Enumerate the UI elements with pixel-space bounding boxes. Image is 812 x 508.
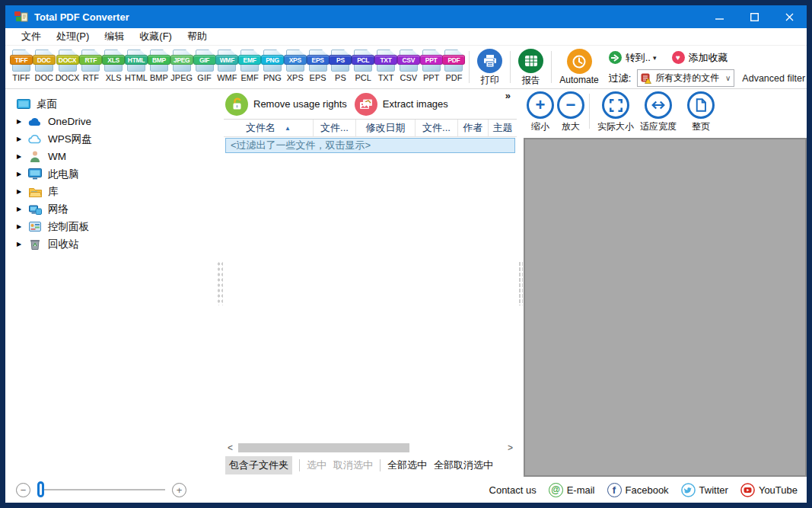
- txt-file-icon: TXT: [377, 50, 395, 72]
- toolbar-overflow-chevron-icon[interactable]: »: [505, 90, 511, 101]
- check-all-button[interactable]: 全部选中: [387, 458, 427, 472]
- convert-csv-button[interactable]: CSVCSV: [397, 47, 420, 87]
- actual-size-icon: [602, 91, 629, 119]
- menu-process[interactable]: 处理(P): [49, 28, 96, 45]
- zoom-out-button[interactable]: + 缩小: [525, 91, 556, 133]
- tree-item-wps-cloud[interactable]: ▶ WPS网盘: [5, 130, 215, 148]
- filter-dropdown[interactable]: 所有支持的文件 ∨: [637, 69, 734, 87]
- advanced-filter-link[interactable]: Advanced filter: [742, 73, 805, 84]
- convert-xls-button[interactable]: XLSXLS: [102, 47, 125, 87]
- convert-jpeg-button[interactable]: JPEGJPEG: [170, 47, 193, 87]
- convert-docx-button[interactable]: DOCXDOCX: [56, 47, 80, 87]
- convert-eps-button[interactable]: EPSEPS: [307, 47, 330, 87]
- column-header-filetype[interactable]: 文件...: [314, 120, 356, 136]
- tree-item-onedrive[interactable]: ▶ OneDrive: [5, 113, 215, 130]
- automate-button[interactable]: Automate: [559, 47, 598, 87]
- csv-file-icon: CSV: [400, 50, 418, 72]
- fit-width-button[interactable]: 适应宽度: [637, 91, 680, 133]
- convert-pdf-button[interactable]: PDFPDF: [443, 47, 466, 87]
- close-button[interactable]: [772, 5, 807, 28]
- full-page-button[interactable]: 整页: [680, 91, 722, 133]
- convert-rtf-button[interactable]: RTFRTF: [79, 47, 102, 87]
- check-button[interactable]: 选中: [307, 458, 326, 472]
- zoom-slider-group: − +: [16, 483, 186, 497]
- goto-button[interactable]: 转到..: [626, 51, 651, 65]
- scroll-left-arrow-icon[interactable]: <: [228, 443, 233, 453]
- column-header-filesize[interactable]: 文件...: [416, 120, 458, 136]
- zoom-slider[interactable]: [37, 489, 165, 490]
- convert-tiff-button[interactable]: TIFFTIFF: [10, 47, 33, 87]
- expand-arrow-icon[interactable]: ▶: [17, 223, 27, 230]
- slider-zoom-out-icon[interactable]: −: [16, 483, 30, 497]
- scrollbar-track[interactable]: [237, 443, 504, 452]
- convert-png-button[interactable]: PNGPNG: [261, 47, 284, 87]
- convert-bmp-button[interactable]: BMPBMP: [148, 47, 170, 87]
- column-header-author[interactable]: 作者: [458, 120, 489, 136]
- tree-item-network[interactable]: ▶ 网络: [5, 200, 215, 218]
- convert-ppt-button[interactable]: PPTPPT: [420, 47, 443, 87]
- uncheck-button[interactable]: 取消选中: [333, 458, 373, 472]
- menu-file[interactable]: 文件: [14, 28, 48, 45]
- convert-pcl-button[interactable]: PCLPCL: [352, 47, 374, 87]
- print-button[interactable]: 打印: [477, 47, 502, 87]
- tree-item-recycle-bin[interactable]: ▶ 回收站: [5, 235, 215, 253]
- actual-size-button[interactable]: 实际大小: [594, 91, 637, 133]
- convert-txt-button[interactable]: TXTTXT: [374, 47, 397, 87]
- extract-images-button[interactable]: Extract images: [355, 93, 448, 116]
- remove-usage-rights-button[interactable]: Remove usage rights: [225, 93, 347, 116]
- uncheck-all-button[interactable]: 全部取消选中: [434, 458, 493, 472]
- expand-arrow-icon[interactable]: ▶: [17, 171, 27, 177]
- youtube-link[interactable]: YouTube: [740, 483, 798, 497]
- contact-us-link[interactable]: Contact us: [489, 484, 537, 496]
- slider-zoom-in-icon[interactable]: +: [172, 483, 186, 497]
- menu-edit[interactable]: 编辑: [97, 28, 131, 45]
- convert-emf-button[interactable]: EMFEMF: [238, 47, 261, 87]
- expand-arrow-icon[interactable]: ▶: [17, 136, 27, 142]
- convert-html-button[interactable]: HTMLHTML: [125, 47, 148, 87]
- zoom-in-button[interactable]: − 放大: [556, 91, 586, 133]
- maximize-button[interactable]: [737, 5, 772, 28]
- tree-item-control-panel[interactable]: ▶ 控制面板: [5, 218, 215, 235]
- minimize-button[interactable]: [702, 5, 737, 28]
- tree-item-desktop[interactable]: 桌面: [5, 95, 215, 113]
- xls-file-icon: XLS: [104, 50, 123, 72]
- toolbar-right-block: 转到.. ▾ ♥ 添加收藏 过滤: 所有支持的文件 ∨ Advanced fil…: [609, 47, 805, 87]
- facebook-link[interactable]: f Facebook: [607, 483, 669, 497]
- column-header-modified-date[interactable]: 修改日期: [356, 120, 416, 136]
- expand-arrow-icon[interactable]: ▶: [17, 188, 27, 195]
- email-link[interactable]: @ E-mail: [549, 483, 595, 497]
- convert-gif-button[interactable]: GIFGIF: [193, 47, 216, 87]
- menu-help[interactable]: 帮助: [180, 28, 214, 45]
- convert-xps-button[interactable]: XPSXPS: [284, 47, 307, 87]
- horizontal-scrollbar[interactable]: < >: [224, 442, 517, 454]
- preview-splitter[interactable]: [517, 89, 524, 477]
- expand-arrow-icon[interactable]: ▶: [17, 153, 27, 160]
- menu-favorites[interactable]: 收藏(F): [132, 28, 179, 45]
- unlock-icon: [225, 93, 248, 116]
- expand-arrow-icon[interactable]: ▶: [17, 118, 27, 125]
- goto-dropdown-caret-icon[interactable]: ▾: [653, 54, 657, 62]
- zoom-slider-thumb[interactable]: [37, 481, 44, 497]
- selection-buttons-bar: 包含子文件夹 选中 取消选中 全部选中 全部取消选中: [224, 454, 517, 477]
- sidebar-splitter[interactable]: [215, 89, 224, 477]
- tree-item-user-wm[interactable]: ▶ WM: [5, 148, 215, 165]
- convert-ps-button[interactable]: PSPS: [329, 47, 352, 87]
- convert-wmf-button[interactable]: WMFWMF: [215, 47, 238, 87]
- convert-doc-button[interactable]: DOCDOC: [33, 47, 56, 87]
- file-list-body[interactable]: [224, 153, 517, 442]
- scrollbar-thumb[interactable]: [238, 443, 409, 452]
- tree-item-libraries[interactable]: ▶ 库: [5, 183, 215, 200]
- add-favorite-button[interactable]: 添加收藏: [689, 51, 728, 65]
- column-header-subject[interactable]: 主题: [489, 120, 517, 136]
- expand-arrow-icon[interactable]: ▶: [17, 241, 27, 248]
- report-button[interactable]: 报告: [518, 47, 543, 87]
- include-subfolders-button[interactable]: 包含子文件夹: [225, 456, 292, 474]
- tree-item-this-pc[interactable]: ▶ 此电脑: [5, 165, 215, 183]
- toolbar-separator: [510, 51, 511, 83]
- preview-canvas[interactable]: [524, 138, 807, 477]
- expand-arrow-icon[interactable]: ▶: [17, 206, 27, 212]
- scroll-right-arrow-icon[interactable]: >: [508, 443, 513, 453]
- filtered-files-placeholder-row[interactable]: <过滤出了一些文件，双击显示>: [225, 138, 515, 153]
- twitter-link[interactable]: Twitter: [681, 483, 728, 497]
- column-header-filename[interactable]: 文件名 ▲: [224, 120, 314, 136]
